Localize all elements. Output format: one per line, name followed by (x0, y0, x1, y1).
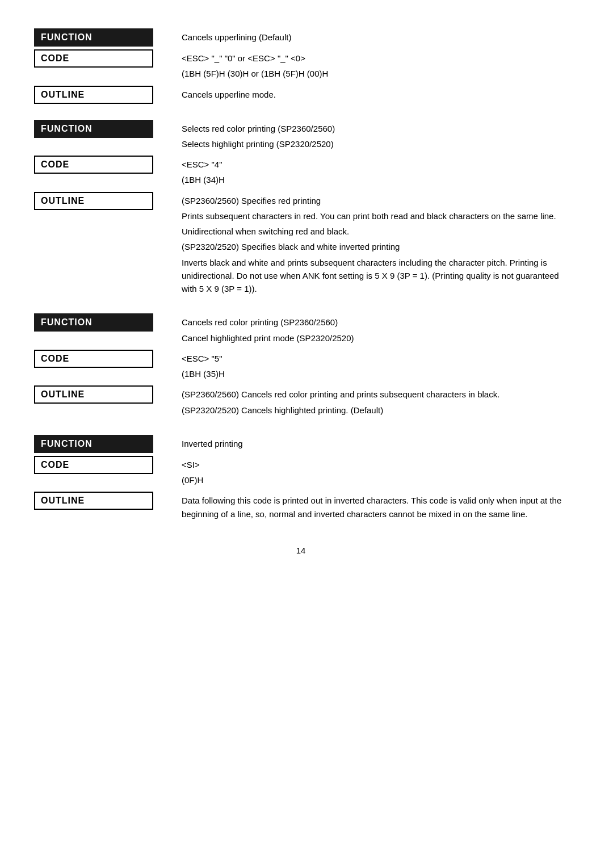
outline-badge-1: OUTLINE (34, 86, 153, 104)
code-line-2-2: (1BH (34)H (182, 173, 568, 186)
section-group-1: FUNCTION Cancels upperlining (Default) C… (34, 28, 568, 104)
section-group-2: FUNCTION Selects red color printing (SP2… (34, 120, 568, 298)
outline-line-2-3: Unidirectional when switching red and bl… (182, 225, 568, 238)
outline-line-2-5: Inverts black and white and prints subse… (182, 256, 568, 296)
function-line-2-1: Selects red color printing (SP2360/2560) (182, 122, 568, 135)
code-badge-1: CODE (34, 49, 153, 68)
outline-content-2: (SP2360/2560) Specifies red printing Pri… (182, 192, 568, 298)
function-row-4: FUNCTION Inverted printing (34, 435, 568, 453)
code-line-3-1: <ESC> "5" (182, 352, 568, 365)
function-label-col-1: FUNCTION (34, 28, 165, 47)
code-content-3: <ESC> "5" (1BH (35)H (182, 350, 568, 383)
function-badge-3: FUNCTION (34, 313, 153, 332)
function-badge-4: FUNCTION (34, 435, 153, 453)
outline-content-4: Data following this code is printed out … (182, 492, 568, 523)
code-line-3-2: (1BH (35)H (182, 367, 568, 380)
function-label-col-4: FUNCTION (34, 435, 165, 453)
outline-line-3-2: (SP2320/2520) Cancels highlighted printi… (182, 404, 568, 417)
outline-line-2-4: (SP2320/2520) Specifies black and white … (182, 240, 568, 253)
outline-badge-4: OUTLINE (34, 492, 153, 510)
function-badge-1: FUNCTION (34, 28, 153, 47)
outline-badge-2: OUTLINE (34, 192, 153, 210)
function-label-col-2: FUNCTION (34, 120, 165, 138)
outline-line-1-1: Cancels upperline mode. (182, 88, 568, 101)
outline-row-3: OUTLINE (SP2360/2560) Cancels red color … (34, 385, 568, 419)
code-content-1: <ESC> "_" "0" or <ESC> "_" <0> (1BH (5F)… (182, 49, 568, 83)
code-row-3: CODE <ESC> "5" (1BH (35)H (34, 350, 568, 383)
outline-line-2-1: (SP2360/2560) Specifies red printing (182, 194, 568, 207)
code-line-4-2: (0F)H (182, 473, 568, 487)
code-label-col-4: CODE (34, 456, 165, 474)
outline-label-col-1: OUTLINE (34, 86, 165, 104)
outline-row-4: OUTLINE Data following this code is prin… (34, 492, 568, 523)
function-line-3-1: Cancels red color printing (SP2360/2560) (182, 316, 568, 329)
code-content-4: <SI> (0F)H (182, 456, 568, 489)
outline-content-3: (SP2360/2560) Cancels red color printing… (182, 385, 568, 419)
function-line-4-1: Inverted printing (182, 437, 568, 450)
function-content-3: Cancels red color printing (SP2360/2560)… (182, 313, 568, 347)
code-line-4-1: <SI> (182, 458, 568, 471)
function-content-4: Inverted printing (182, 435, 568, 452)
function-line-3-2: Cancel highlighted print mode (SP2320/25… (182, 332, 568, 345)
outline-line-4-1: Data following this code is printed out … (182, 494, 568, 521)
outline-line-3-1: (SP2360/2560) Cancels red color printing… (182, 388, 568, 401)
code-badge-3: CODE (34, 350, 153, 368)
code-line-1-1: <ESC> "_" "0" or <ESC> "_" <0> (182, 52, 568, 65)
function-label-col-3: FUNCTION (34, 313, 165, 332)
outline-content-1: Cancels upperline mode. (182, 86, 568, 103)
section-group-3: FUNCTION Cancels red color printing (SP2… (34, 313, 568, 419)
outline-line-2-2: Prints subsequent characters in red. You… (182, 209, 568, 223)
code-line-2-1: <ESC> "4" (182, 158, 568, 171)
code-badge-4: CODE (34, 456, 153, 474)
code-badge-2: CODE (34, 156, 153, 174)
outline-label-col-2: OUTLINE (34, 192, 165, 210)
function-content-1: Cancels upperlining (Default) (182, 28, 568, 46)
outline-row-1: OUTLINE Cancels upperline mode. (34, 86, 568, 104)
code-row-2: CODE <ESC> "4" (1BH (34)H (34, 156, 568, 189)
function-badge-2: FUNCTION (34, 120, 153, 138)
code-label-col-1: CODE (34, 49, 165, 68)
outline-badge-3: OUTLINE (34, 385, 153, 404)
function-row-3: FUNCTION Cancels red color printing (SP2… (34, 313, 568, 347)
function-content-2: Selects red color printing (SP2360/2560)… (182, 120, 568, 153)
code-line-1-2: (1BH (5F)H (30)H or (1BH (5F)H (00)H (182, 67, 568, 80)
outline-label-col-4: OUTLINE (34, 492, 165, 510)
code-row-1: CODE <ESC> "_" "0" or <ESC> "_" <0> (1BH… (34, 49, 568, 83)
function-line-2-2: Selects highlight printing (SP2320/2520) (182, 137, 568, 150)
page-number: 14 (34, 546, 568, 555)
outline-row-2: OUTLINE (SP2360/2560) Specifies red prin… (34, 192, 568, 298)
code-label-col-2: CODE (34, 156, 165, 174)
function-row-2: FUNCTION Selects red color printing (SP2… (34, 120, 568, 153)
code-label-col-3: CODE (34, 350, 165, 368)
function-text-1: Cancels upperlining (Default) (182, 31, 568, 44)
outline-label-col-3: OUTLINE (34, 385, 165, 404)
code-content-2: <ESC> "4" (1BH (34)H (182, 156, 568, 189)
section-group-4: FUNCTION Inverted printing CODE <SI> (0F… (34, 435, 568, 523)
function-row-1: FUNCTION Cancels upperlining (Default) (34, 28, 568, 47)
code-row-4: CODE <SI> (0F)H (34, 456, 568, 489)
